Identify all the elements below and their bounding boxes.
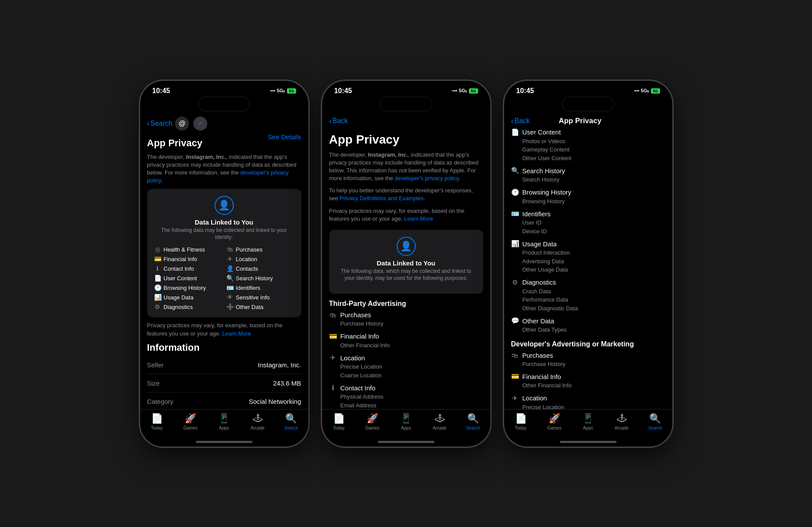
search-label-2: Search [466, 426, 480, 430]
games-icon-1: 🚀 [185, 413, 196, 424]
today-label-3: Today [515, 426, 527, 430]
person-icon-2: 👤 [397, 237, 416, 256]
data-item-contact: ℹContact Info [154, 265, 222, 272]
browsing-label: Browsing History [164, 285, 206, 291]
today-icon-2: 📄 [333, 413, 345, 424]
arcade-label-2: Arcade [433, 426, 447, 430]
card-title-1: Data Linked to You [195, 218, 253, 226]
signal-icon-1: ▪▪▪ 5G₅ [270, 88, 285, 94]
see-details-btn-1[interactable]: See Details [268, 133, 301, 141]
tab-arcade-2[interactable]: 🕹 Arcade [423, 413, 456, 430]
tab-apps-1[interactable]: 📱 Apps [207, 413, 241, 430]
info-row-category: Category Social Networking [147, 393, 301, 409]
category-value: Social Networking [249, 398, 301, 405]
tab-today-1[interactable]: 📄 Today [140, 413, 174, 430]
tab-games-3[interactable]: 🚀 Games [538, 413, 571, 430]
contacts-label: Contacts [236, 265, 258, 272]
dynamic-island-1 [198, 97, 250, 111]
contact-icon-2: ℹ [329, 384, 337, 392]
identifiers-icon-3: 🪪 [511, 210, 519, 218]
seller-label: Seller [147, 361, 164, 369]
data-item-financial: 💳Financial Info [154, 255, 222, 262]
location-icon-3: ✈ [511, 394, 519, 402]
tab-arcade-1[interactable]: 🕹 Arcade [241, 413, 274, 430]
tab-search-2[interactable]: 🔍 Search [456, 413, 490, 430]
purchases-icon-2: 🛍 [329, 311, 337, 319]
financial-title-3: Financial Info [522, 373, 561, 380]
privacy-desc-2a: The developer, Instagram, Inc., indicate… [329, 151, 483, 183]
browsing-title-3: Browsing History [522, 188, 572, 196]
back-button-3[interactable]: ‹ Back [511, 117, 530, 126]
tab-apps-3[interactable]: 📱 Apps [571, 413, 605, 430]
threads-icon-1[interactable]: @ [175, 117, 189, 131]
check-button-1[interactable]: ✓ [193, 117, 207, 131]
location-title-2: Location [340, 354, 365, 362]
category-label: Category [147, 398, 174, 405]
purchases-sub-2: Purchase History [329, 319, 483, 328]
contact-sub-2: Physical AddressEmail AddressNamePhone N… [329, 393, 483, 409]
tab-arcade-3[interactable]: 🕹 Arcade [605, 413, 638, 430]
home-indicator-2 [378, 441, 435, 443]
usage-icon-3: 📊 [511, 240, 519, 248]
data-item-user-content: 📄User Content [154, 275, 222, 282]
back-chevron-1: ‹ [147, 119, 150, 128]
apps-icon-1: 📱 [218, 413, 230, 424]
status-icons-3: ▪▪▪ 5G₅ 5G [634, 88, 660, 94]
battery-icon-2: 5G [469, 88, 478, 94]
tab-bar-1: 📄 Today 🚀 Games 📱 Apps 🕹 Arcade 🔍 Search [140, 409, 308, 439]
section-third-party-2: Third-Party Advertising [329, 300, 483, 308]
location-label: Location [236, 256, 257, 262]
data-item-contacts: 👤Contacts [226, 265, 294, 272]
home-indicator-1 [196, 441, 253, 443]
privacy-policy-link-2[interactable]: developer's privacy policy [395, 175, 459, 181]
search-icon-1: 🔍 [285, 413, 297, 424]
search-icon-2: 🔍 [467, 413, 479, 424]
diagnostics-sub-3: Crash DataPerformance DataOther Diagnost… [511, 287, 665, 313]
learn-more-2[interactable]: Learn More [404, 215, 433, 222]
arcade-icon-2: 🕹 [435, 413, 445, 424]
tab-search-3[interactable]: 🔍 Search [638, 413, 672, 430]
tab-search-1[interactable]: 🔍 Search [274, 413, 308, 430]
user-content-title-3: User Content [522, 128, 561, 136]
detail-identifiers-3: 🪪Identifiers User IDDevice ID [511, 210, 665, 235]
sensitive-icon: 👁 [226, 294, 233, 301]
identifiers-sub-3: User IDDevice ID [511, 218, 665, 235]
other-label: Other Data [236, 304, 264, 310]
location-icon-2: ✈ [329, 354, 337, 362]
nav-title-3: App Privacy [530, 117, 630, 125]
tab-games-2[interactable]: 🚀 Games [356, 413, 389, 430]
detail-user-content-3: 📄User Content Photos or VideosGameplay C… [511, 128, 665, 163]
contact-icon: ℹ [154, 265, 161, 272]
apps-label-2: Apps [401, 426, 411, 430]
learn-more-1[interactable]: Learn More [222, 330, 251, 337]
tab-apps-2[interactable]: 📱 Apps [389, 413, 423, 430]
tab-today-3[interactable]: 📄 Today [504, 413, 538, 430]
status-bar-3: 10:45 ▪▪▪ 5G₅ 5G [504, 81, 672, 97]
privacy-policy-link-1[interactable]: developer's privacy policy [147, 169, 289, 184]
purchases-title-3: Purchases [522, 352, 553, 359]
sensitive-label: Sensitive Info [236, 294, 270, 301]
nav-bar-1: ‹ Search @ ✓ [140, 113, 308, 133]
battery-icon-3: 5G [651, 88, 660, 94]
data-item-usage: 📊Usage Data [154, 294, 222, 301]
info-section-title-1: Information [147, 342, 301, 353]
identifiers-label: Identifiers [236, 285, 260, 291]
search-icon-3: 🔍 [649, 413, 661, 424]
back-button-2[interactable]: ‹ Back [329, 117, 348, 126]
tab-today-2[interactable]: 📄 Today [322, 413, 356, 430]
phone-3-screen: 10:45 ▪▪▪ 5G₅ 5G ‹ Back App Privacy 📄Use… [504, 81, 672, 446]
games-label-2: Games [365, 426, 379, 430]
back-button-1[interactable]: ‹ Search [147, 119, 173, 128]
health-icon: ◎ [154, 246, 161, 253]
contacts-icon: 👤 [226, 265, 233, 272]
signal-icon-2: ▪▪▪ 5G₅ [452, 88, 467, 94]
privacy-desc-1: The developer, Instagram, Inc., indicate… [147, 153, 301, 185]
status-time-3: 10:45 [516, 87, 534, 95]
location-sub-2: Precise LocationCoarse Location [329, 363, 483, 379]
diagnostics-label: Diagnostics [164, 304, 193, 310]
data-item-other: ➕Other Data [226, 303, 294, 310]
user-content-label: User Content [164, 275, 197, 282]
privacy-defs-link-2[interactable]: Privacy Definitions and Examples [340, 195, 424, 201]
tab-games-1[interactable]: 🚀 Games [174, 413, 207, 430]
dev-ad-title-3: Developer's Advertising or Marketing [511, 340, 665, 348]
